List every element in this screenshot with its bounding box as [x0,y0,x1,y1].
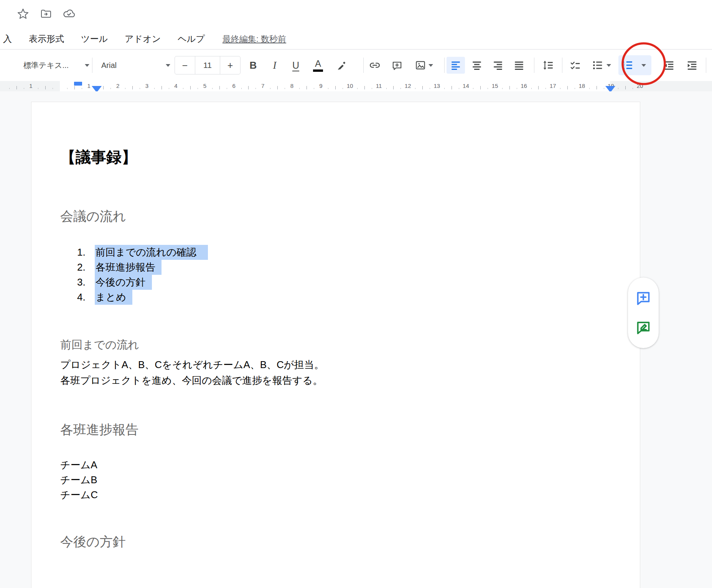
checklist-button[interactable] [567,57,584,74]
justify-button[interactable] [511,57,527,74]
numbered-list-button[interactable]: 1 2 3 [619,57,636,74]
italic-button[interactable]: I [266,57,283,74]
comment-add-icon [391,59,403,71]
star-icon[interactable] [16,7,30,21]
justify-icon [513,59,525,71]
ruler-number: 1 [29,83,32,89]
document-canvas: 【議事録】 会議の流れ 1. 前回までの流れの確認 2. 各班進捗報告 3. 今… [0,91,712,588]
ruler-number: 2 [116,83,119,89]
insert-link-button[interactable] [366,57,383,74]
increase-indent-button[interactable] [684,57,700,74]
link-icon [369,59,381,71]
chevron-down-icon [429,64,433,67]
toolbar: 標準テキス... Arial − 11 + B I U A [0,49,712,81]
ruler-number: 5 [203,83,206,89]
team-line: チームB [60,472,98,487]
ruler-number: 15 [492,83,498,89]
numbered-list-dropdown[interactable] [637,57,651,74]
bold-button[interactable]: B [245,57,262,74]
comment-add-icon [635,289,652,307]
ruler-number: 16 [521,83,527,89]
suggest-edit-icon [635,319,652,336]
outdent-icon [663,59,675,71]
line-spacing-button[interactable] [540,57,557,74]
align-left-button[interactable] [447,57,465,74]
suggest-edits-fab[interactable] [635,319,652,336]
paragraph-style-label: 標準テキス... [23,60,69,71]
bullet-list-icon [592,59,603,71]
google-docs-window: 入 表示形式 ツール アドオン ヘルプ 最終編集: 数秒前 標準テキス... A… [0,0,712,588]
add-comment-button[interactable] [389,57,405,74]
menu-bar: 入 表示形式 ツール アドオン ヘルプ 最終編集: 数秒前 [2,33,286,45]
heading-meeting-flow: 会議の流れ [60,207,126,225]
text-color-icon: A [313,59,323,72]
last-edit-link[interactable]: 最終編集: 数秒前 [222,33,286,45]
font-dropdown[interactable]: Arial [99,57,173,74]
highlighter-icon [336,59,348,71]
menu-format[interactable]: 表示形式 [20,33,73,45]
menu-insert-clipped[interactable]: 入 [2,33,20,45]
decrease-indent-button[interactable] [661,57,677,74]
indent-icon [686,59,698,71]
image-icon [415,59,426,71]
cloud-saved-icon[interactable] [62,7,76,21]
highlight-color-button[interactable] [333,57,350,74]
ruler-number: 7 [261,83,264,89]
align-right-button[interactable] [490,57,506,74]
menu-tools[interactable]: ツール [73,33,116,45]
list-item: 2. 各班進捗報告 [31,260,640,275]
ruler-number: 1 [87,83,90,89]
underline-button[interactable]: U [287,57,304,74]
bullet-list-button[interactable] [587,57,616,74]
numbered-list-icon: 1 2 3 [622,59,633,71]
chevron-down-icon [641,64,646,67]
add-comment-fab[interactable] [635,289,652,307]
selected-text: 各班進捗報告 [95,260,162,275]
chevron-down-icon [166,64,170,67]
first-line-indent-marker[interactable] [74,82,82,86]
menu-addons[interactable]: アドオン [116,33,169,45]
ruler-number: 17 [550,83,556,89]
font-size-decrease-button[interactable]: − [175,56,195,74]
selected-text: まとめ [95,290,132,305]
font-size-input[interactable]: 11 [195,56,220,74]
font-size-control: − 11 + [175,56,241,74]
move-folder-icon[interactable] [39,7,53,21]
paragraph: プロジェクトA、B、CをそれぞれチームA、B、Cが担当。 各班プロジェクトを進め… [60,357,324,388]
divider [562,58,562,73]
list-number: 2. [77,260,86,275]
paragraph-style-dropdown[interactable]: 標準テキス... [21,57,92,74]
agenda-list: 1. 前回までの流れの確認 2. 各班進捗報告 3. 今後の方針 4. まとめ [31,245,640,305]
align-center-button[interactable] [468,57,485,74]
checklist-icon [570,59,581,71]
font-size-increase-button[interactable]: + [220,56,240,74]
selected-text: 今後の方針 [95,275,152,290]
ruler-number: 11 [376,83,382,89]
insert-image-button[interactable] [410,57,438,74]
team-line: チームA [60,458,98,472]
doc-title: 【議事録】 [60,147,137,167]
menu-help[interactable]: ヘルプ [169,33,213,45]
list-item: 3. 今後の方針 [31,275,640,290]
paragraph-line: プロジェクトA、B、CをそれぞれチームA、B、Cが担当。 [60,357,324,373]
list-number: 1. [77,245,86,260]
align-center-icon [471,59,483,71]
team-list: チームA チームB チームC [60,458,98,502]
divider [706,58,706,73]
list-item: 1. 前回までの流れの確認 [31,245,640,260]
paragraph-line: 各班プロジェクトを進め、今回の会議で進捗を報告する。 [60,373,324,388]
align-left-icon [450,59,461,71]
ruler-number: 10 [347,83,353,89]
divider [92,58,92,73]
document-page[interactable]: 【議事録】 会議の流れ 1. 前回までの流れの確認 2. 各班進捗報告 3. 今… [31,102,640,588]
text-color-button[interactable]: A [310,57,326,74]
chevron-down-icon [607,64,611,67]
ruler-number: 14 [463,83,469,89]
divider [534,58,534,73]
ruler-number: 13 [433,83,440,89]
heading-previous-flow: 前回までの流れ [60,337,139,352]
font-name-label: Arial [101,61,117,70]
heading-future-policy: 今後の方針 [60,533,126,550]
ruler-number: 12 [405,83,411,89]
ruler[interactable]: 11234567891011121314151617181920 [0,81,712,91]
